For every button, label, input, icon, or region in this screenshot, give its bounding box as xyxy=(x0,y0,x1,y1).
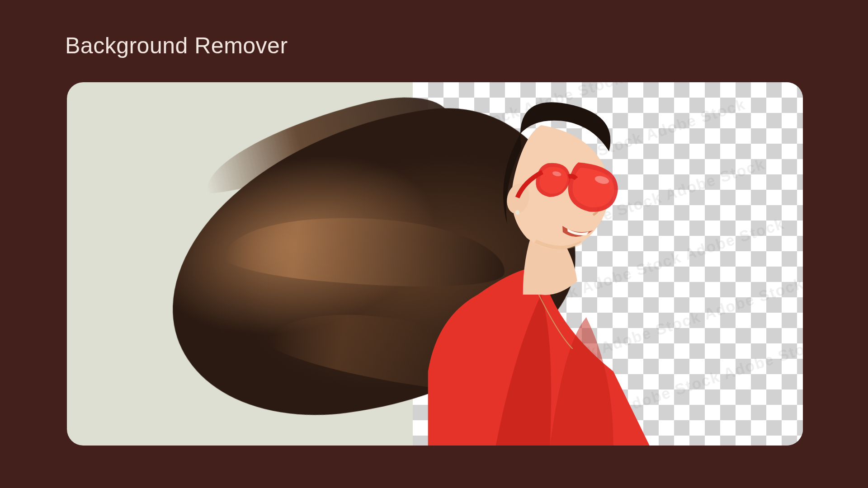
preview-panel: Adobe Stock Adobe Stock Adobe Stock Adob… xyxy=(67,82,803,446)
page-title: Background Remover xyxy=(65,33,288,59)
transparent-background-half xyxy=(413,82,803,446)
original-background-half xyxy=(67,82,413,446)
